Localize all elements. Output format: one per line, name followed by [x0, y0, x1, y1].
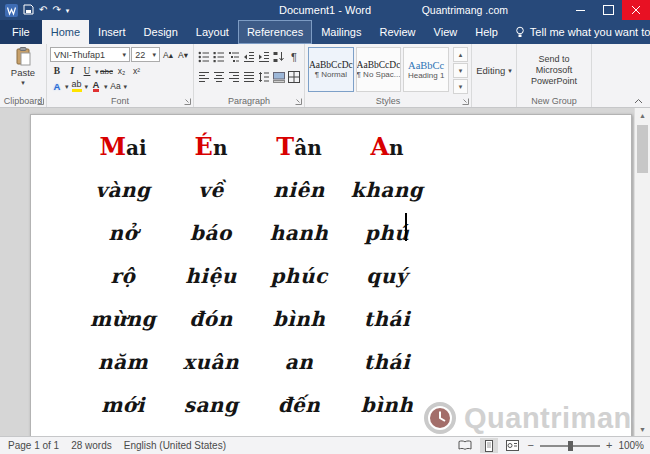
highlight-caret-icon[interactable]: ▾ [85, 83, 89, 90]
page[interactable]: Mai Én Tân An vàng về niên khang nở báo … [30, 114, 632, 437]
underline-button[interactable]: U [80, 64, 94, 78]
tab-view[interactable]: View [425, 20, 467, 44]
calligraphy-word: đến [278, 393, 321, 417]
calligraphy-word: phúc [270, 264, 327, 288]
clipboard-dialog-launcher[interactable] [37, 98, 44, 105]
text-effects-caret-icon[interactable]: ▾ [65, 83, 69, 90]
multilevel-list-icon[interactable] [227, 50, 241, 64]
title-bar: ↶ ↷ ▾ Document1 - Word Quantrimang .com [0, 0, 650, 20]
tell-me-box[interactable]: Tell me what you want to do [507, 20, 650, 44]
paste-button[interactable]: Paste ▾ [3, 47, 43, 94]
grow-font-button[interactable]: A▴ [161, 48, 175, 62]
align-left-icon[interactable] [197, 70, 211, 84]
shading-icon[interactable] [272, 70, 286, 84]
scroll-down-icon[interactable]: ▼ [635, 422, 650, 437]
show-hide-paragraph-icon[interactable]: ¶ [287, 50, 301, 64]
increase-indent-icon[interactable] [257, 50, 271, 64]
calligraphy-word: năm [98, 350, 148, 374]
numbering-icon[interactable] [212, 50, 226, 64]
sort-icon[interactable] [272, 50, 286, 64]
change-case-caret-icon[interactable]: ▾ [124, 83, 128, 90]
editing-button[interactable]: Editing ▾ [475, 47, 513, 94]
font-name-caret-icon: ▾ [123, 51, 127, 58]
bullets-icon[interactable] [197, 50, 211, 64]
underline-caret-icon[interactable]: ▾ [95, 68, 99, 75]
zoom-thumb[interactable] [568, 441, 573, 451]
italic-button[interactable]: I [65, 64, 79, 78]
tab-help[interactable]: Help [466, 20, 507, 44]
web-layout-button[interactable] [504, 438, 522, 453]
font-dialog-launcher[interactable] [184, 98, 191, 105]
minimize-button[interactable] [566, 0, 594, 20]
font-color-caret-icon[interactable]: ▾ [104, 83, 108, 90]
scrollbar-thumb[interactable] [637, 125, 648, 173]
align-right-icon[interactable] [227, 70, 241, 84]
font-name-combo[interactable]: VNI-Thufap1 ▾ [50, 47, 130, 62]
superscript-button[interactable]: x² [130, 64, 144, 78]
redo-icon[interactable]: ↷ [52, 5, 60, 15]
calligraphy-word: về [198, 178, 223, 202]
justify-icon[interactable] [242, 70, 256, 84]
tab-home[interactable]: Home [42, 20, 89, 44]
shrink-font-button[interactable]: A▾ [176, 48, 190, 62]
close-button[interactable] [622, 0, 650, 20]
style-normal[interactable]: AaBbCcDc ¶ Normal [308, 47, 354, 92]
account-name[interactable]: Quantrimang .com [422, 4, 508, 16]
calligraphy-word: mới [101, 393, 145, 417]
paste-icon [15, 47, 31, 66]
tab-layout[interactable]: Layout [187, 20, 238, 44]
tab-file[interactable]: File [0, 20, 42, 44]
save-icon[interactable] [23, 4, 34, 17]
print-layout-button[interactable] [480, 438, 498, 453]
styles-scroll-up-icon[interactable]: ▴ [453, 47, 468, 62]
subscript-button[interactable]: x₂ [115, 64, 129, 78]
font-color-button[interactable]: A [93, 80, 100, 93]
paragraph-dialog-launcher[interactable] [295, 98, 302, 105]
calligraphy-word: khang [351, 178, 423, 202]
align-center-icon[interactable] [212, 70, 226, 84]
scroll-up-icon[interactable]: ▲ [635, 108, 650, 123]
undo-icon[interactable]: ↶ [39, 5, 47, 15]
strikethrough-button[interactable]: abc [100, 64, 114, 78]
word-app-icon[interactable] [5, 4, 18, 17]
zoom-level[interactable]: 100% [618, 440, 644, 451]
editing-caret-icon: ▾ [508, 67, 512, 74]
paragraph-group-label: Paragraph [194, 96, 304, 106]
send-to-powerpoint-button[interactable]: Send to Microsoft PowerPoint [520, 47, 588, 94]
style-name: Heading 1 [408, 71, 444, 80]
style-heading-1[interactable]: AaBbCc Heading 1 [403, 47, 449, 92]
styles-scroll-down-icon[interactable]: ▾ [453, 63, 468, 78]
style-no-spacing[interactable]: AaBbCcDc ¶ No Spac... [356, 47, 402, 92]
text-effects-button[interactable]: A [50, 79, 64, 93]
tab-mailings[interactable]: Mailings [312, 20, 370, 44]
line-spacing-icon[interactable] [257, 70, 271, 84]
font-group-label: Font [47, 96, 193, 106]
collapse-ribbon-icon[interactable] [634, 98, 643, 104]
language-indicator[interactable]: English (United States) [124, 440, 226, 451]
watermark-clock-icon [423, 401, 457, 435]
customize-qat-caret-icon[interactable]: ▾ [66, 7, 70, 14]
zoom-out-button[interactable]: − [528, 440, 534, 451]
zoom-in-button[interactable]: + [606, 440, 612, 451]
maximize-button[interactable] [594, 0, 622, 20]
font-size-combo[interactable]: 22 ▾ [131, 47, 160, 62]
styles-dialog-launcher[interactable] [462, 98, 469, 105]
borders-icon[interactable] [287, 70, 301, 84]
highlight-button[interactable]: ab [72, 80, 82, 92]
paste-label: Paste [11, 67, 35, 78]
decrease-indent-icon[interactable] [242, 50, 256, 64]
read-mode-button[interactable] [456, 438, 474, 453]
change-case-button[interactable]: Aa [109, 79, 123, 93]
style-preview: AaBbCcDc [309, 60, 353, 70]
word-count[interactable]: 28 words [71, 440, 112, 451]
zoom-slider[interactable] [540, 445, 600, 447]
font-size-caret-icon: ▾ [152, 51, 156, 58]
tab-insert[interactable]: Insert [89, 20, 135, 44]
vertical-scrollbar[interactable]: ▲ ▼ [634, 108, 650, 437]
bold-button[interactable]: B [50, 64, 64, 78]
tab-references[interactable]: References [238, 20, 312, 44]
styles-gallery-expand-icon[interactable]: ▾ [453, 79, 468, 94]
tab-design[interactable]: Design [135, 20, 187, 44]
tab-review[interactable]: Review [371, 20, 425, 44]
page-count[interactable]: Page 1 of 1 [8, 440, 59, 451]
